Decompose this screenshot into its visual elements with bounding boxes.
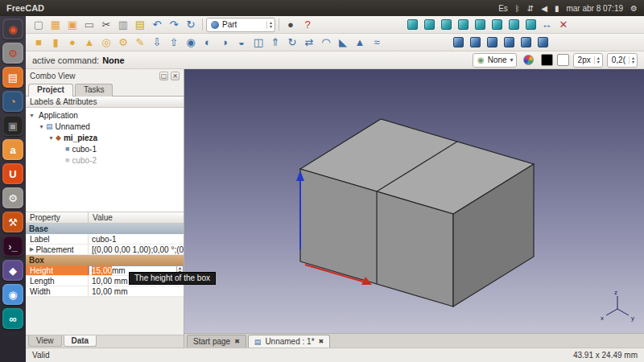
paste-icon[interactable]: ▤ xyxy=(132,17,148,33)
part-common-icon[interactable]: ◑ xyxy=(217,35,233,51)
part-sphere-icon[interactable]: ● xyxy=(64,35,80,51)
part-compsolid-icon[interactable] xyxy=(535,35,551,51)
part-primitives-icon[interactable]: ⚙ xyxy=(115,35,131,51)
launcher-freecad[interactable]: ⚙ xyxy=(2,43,23,64)
launcher-firefox[interactable]: ◔ xyxy=(2,91,23,112)
part-export-icon[interactable]: ⇧ xyxy=(166,35,182,51)
workbench-spinner[interactable]: ▴▾ xyxy=(266,21,272,29)
launcher-media-player[interactable]: ▣ xyxy=(2,115,23,136)
part-section-icon[interactable]: ◫ xyxy=(250,35,266,51)
part-loft-icon[interactable]: ▲ xyxy=(352,35,368,51)
3d-viewport[interactable]: z x y xyxy=(184,69,644,333)
workbench-selector[interactable]: Part ▴▾ xyxy=(206,18,275,32)
whats-this-icon[interactable]: ? xyxy=(299,17,316,33)
tab-data[interactable]: Data xyxy=(64,335,97,347)
part-union-icon[interactable]: ◐ xyxy=(200,35,216,51)
new-document-icon[interactable]: ▢ xyxy=(31,17,47,33)
tree-item-cubo-2[interactable]: ■ cubo-2 xyxy=(26,154,184,166)
view-rear-icon[interactable] xyxy=(489,17,505,33)
tree-item-application[interactable]: ▼ Application xyxy=(26,109,184,121)
part-union-cube-icon[interactable] xyxy=(501,35,517,51)
part-box-icon[interactable]: ■ xyxy=(31,35,47,51)
launcher-dash-home[interactable]: ◉ xyxy=(2,19,23,39)
part-torus-icon[interactable]: ◎ xyxy=(98,35,114,51)
view-front-icon[interactable] xyxy=(438,17,454,33)
tab-view[interactable]: View xyxy=(28,335,62,347)
part-revolve-icon[interactable]: ↻ xyxy=(284,35,300,51)
view-bottom-icon[interactable] xyxy=(506,17,522,33)
print-icon[interactable]: ▭ xyxy=(81,17,97,33)
part-cut-cube-icon[interactable] xyxy=(484,35,500,51)
launcher-tweak-tool[interactable]: ⚒ xyxy=(2,212,23,232)
measure-distance-icon[interactable]: ↔ xyxy=(539,17,555,33)
part-shapebuilder-icon[interactable]: ✎ xyxy=(132,35,148,51)
view-axonometric-icon[interactable] xyxy=(421,17,437,33)
launcher-chromium[interactable]: ◉ xyxy=(2,284,23,305)
launcher-amazon[interactable]: a xyxy=(2,139,23,160)
part-extrude-icon[interactable]: ⇑ xyxy=(267,35,283,51)
tree-expander-icon[interactable]: ▼ xyxy=(47,135,56,141)
launcher-system-settings[interactable]: ⚙ xyxy=(2,187,23,208)
part-common-cube-icon[interactable] xyxy=(518,35,534,51)
line-width-spinner[interactable]: ▴▾ xyxy=(594,56,600,64)
tree-item-mi-pieza[interactable]: ▼ ◆ mi_pieza xyxy=(26,132,184,143)
refresh-icon[interactable]: ↻ xyxy=(183,17,199,33)
deviation-combo[interactable]: 0,2( ▴▾ xyxy=(607,53,638,68)
measure-clear-icon[interactable]: ✕ xyxy=(555,17,572,33)
mouse-navigation-icon[interactable]: ● xyxy=(283,17,299,33)
prop-row-width[interactable]: Width 10,00 mm xyxy=(26,286,184,297)
tab-start-page[interactable]: Start page ✖ xyxy=(187,335,246,348)
launcher-inkscape[interactable]: ◆ xyxy=(2,260,23,281)
tab-unnamed-document[interactable]: ▤ Unnamed : 1* ✖ xyxy=(248,335,330,348)
part-boolean-cube-icon[interactable] xyxy=(467,35,483,51)
keyboard-indicator[interactable]: Es xyxy=(498,4,508,13)
save-document-icon[interactable]: ▣ xyxy=(64,17,80,33)
part-boolean-icon[interactable]: ◉ xyxy=(183,35,199,51)
volume-icon[interactable]: ◀ xyxy=(541,4,547,13)
part-cut-icon[interactable]: ◒ xyxy=(233,35,250,51)
close-icon[interactable]: ✖ xyxy=(319,338,324,345)
part-compound-icon[interactable] xyxy=(450,35,466,51)
line-width-combo[interactable]: 2px ▴▾ xyxy=(573,53,603,68)
open-document-icon[interactable]: ▦ xyxy=(47,17,64,33)
part-sweep-icon[interactable]: ≈ xyxy=(369,35,385,51)
redo-icon[interactable]: ↷ xyxy=(166,17,182,33)
part-mirror-icon[interactable]: ⇄ xyxy=(301,35,317,51)
tab-tasks[interactable]: Tasks xyxy=(75,84,114,97)
color-palette-icon[interactable] xyxy=(521,52,537,68)
tree-expander-icon[interactable]: ▼ xyxy=(27,113,36,118)
expand-arrow-icon[interactable]: ▶ xyxy=(30,246,34,253)
part-cone-icon[interactable]: ▲ xyxy=(81,35,97,51)
view-fit-all-icon[interactable] xyxy=(404,17,420,33)
network-icon[interactable]: ⇵ xyxy=(527,4,534,13)
part-cylinder-icon[interactable]: ▮ xyxy=(47,35,64,51)
tab-project[interactable]: Project xyxy=(28,84,73,97)
tree-item-cubo-1[interactable]: ■ cubo-1 xyxy=(26,143,184,154)
launcher-terminal[interactable]: ›_ xyxy=(2,236,23,257)
property-group-box[interactable]: Box xyxy=(26,255,184,265)
draw-style-combo[interactable]: ◉ None ▾ xyxy=(473,53,517,68)
cut-icon[interactable]: ✂ xyxy=(98,17,114,33)
tree-expander-icon[interactable]: ▼ xyxy=(37,124,46,130)
view-left-icon[interactable] xyxy=(522,17,539,33)
panel-close-button[interactable]: ✕ xyxy=(171,72,180,80)
swatch-black[interactable] xyxy=(541,54,553,66)
tree-item-unnamed[interactable]: ▼ ▤ Unnamed xyxy=(26,121,184,132)
view-right-icon[interactable] xyxy=(472,17,488,33)
prop-row-placement[interactable]: ▶ Placement [(0,00 0,00 1,00);0,00 °;(0,… xyxy=(26,245,184,255)
panel-float-button[interactable]: ▢ xyxy=(159,72,168,80)
part-chamfer-icon[interactable]: ◣ xyxy=(335,35,351,51)
deviation-spinner[interactable]: ▴▾ xyxy=(629,56,634,64)
property-group-base[interactable]: Base xyxy=(26,224,184,234)
view-top-icon[interactable] xyxy=(455,17,471,33)
close-icon[interactable]: ✖ xyxy=(234,338,240,345)
clock[interactable]: mar abr 8 07:19 xyxy=(566,4,623,13)
session-gear-icon[interactable]: ⚙ xyxy=(630,4,638,13)
part-import-icon[interactable]: ⇩ xyxy=(149,35,165,51)
swatch-white[interactable] xyxy=(557,54,569,66)
part-fillet-icon[interactable]: ◠ xyxy=(318,35,334,51)
prop-row-label[interactable]: Label cubo-1 xyxy=(26,234,184,245)
launcher-ubuntu-one[interactable]: U xyxy=(2,163,23,184)
launcher-files[interactable]: ▤ xyxy=(2,67,23,88)
bluetooth-icon[interactable]: ᛒ xyxy=(515,4,520,13)
